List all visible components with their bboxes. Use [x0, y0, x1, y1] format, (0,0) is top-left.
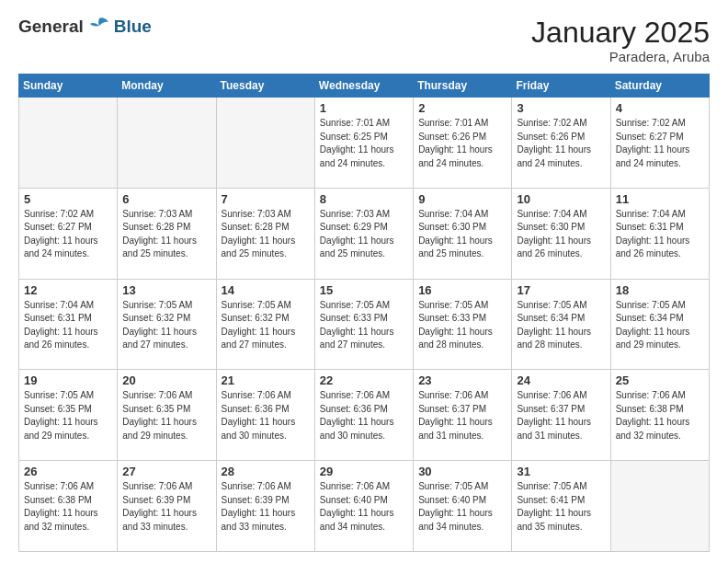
calendar-cell: 27Sunrise: 7:06 AMSunset: 6:39 PMDayligh…	[118, 461, 216, 552]
day-number: 27	[122, 465, 210, 478]
logo-bird-icon	[86, 17, 112, 37]
calendar-subtitle: Paradera, Aruba	[531, 49, 710, 64]
day-info: Sunrise: 7:03 AMSunset: 6:28 PMDaylight:…	[222, 208, 310, 261]
calendar-cell: 5Sunrise: 7:02 AMSunset: 6:27 PMDaylight…	[19, 188, 118, 279]
week-row-4: 19Sunrise: 7:05 AMSunset: 6:35 PMDayligh…	[19, 370, 710, 461]
day-info: Sunrise: 7:06 AMSunset: 6:37 PMDaylight:…	[418, 389, 506, 442]
day-number: 16	[418, 283, 506, 297]
calendar-cell: 23Sunrise: 7:06 AMSunset: 6:37 PMDayligh…	[414, 370, 512, 461]
weekday-header-thursday: Thursday	[414, 75, 512, 98]
day-info: Sunrise: 7:02 AMSunset: 6:27 PMDaylight:…	[24, 208, 112, 261]
day-number: 6	[122, 192, 210, 206]
day-number: 31	[517, 465, 605, 478]
day-info: Sunrise: 7:04 AMSunset: 6:31 PMDaylight:…	[24, 299, 112, 352]
day-number: 11	[616, 192, 704, 206]
day-info: Sunrise: 7:05 AMSunset: 6:35 PMDaylight:…	[24, 389, 112, 442]
day-number: 10	[517, 192, 605, 206]
day-info: Sunrise: 7:06 AMSunset: 6:38 PMDaylight:…	[616, 389, 704, 442]
calendar-cell: 26Sunrise: 7:06 AMSunset: 6:38 PMDayligh…	[19, 461, 118, 552]
calendar-cell: 28Sunrise: 7:06 AMSunset: 6:39 PMDayligh…	[216, 461, 314, 552]
day-info: Sunrise: 7:06 AMSunset: 6:39 PMDaylight:…	[222, 480, 310, 534]
day-info: Sunrise: 7:04 AMSunset: 6:30 PMDaylight:…	[418, 208, 506, 261]
logo-blue-text: Blue	[114, 17, 152, 37]
calendar-title: January 2025	[531, 17, 710, 49]
calendar-cell: 21Sunrise: 7:06 AMSunset: 6:36 PMDayligh…	[216, 370, 314, 461]
day-number: 9	[418, 192, 506, 206]
calendar-cell: 16Sunrise: 7:05 AMSunset: 6:33 PMDayligh…	[414, 279, 512, 370]
calendar-cell: 1Sunrise: 7:01 AMSunset: 6:25 PMDaylight…	[314, 98, 413, 189]
day-info: Sunrise: 7:06 AMSunset: 6:36 PMDaylight:…	[320, 389, 408, 442]
day-info: Sunrise: 7:05 AMSunset: 6:41 PMDaylight:…	[517, 480, 605, 534]
day-info: Sunrise: 7:05 AMSunset: 6:33 PMDaylight:…	[418, 299, 506, 352]
calendar-cell: 17Sunrise: 7:05 AMSunset: 6:34 PMDayligh…	[512, 279, 610, 370]
calendar-cell: 15Sunrise: 7:05 AMSunset: 6:33 PMDayligh…	[314, 279, 413, 370]
calendar-cell: 10Sunrise: 7:04 AMSunset: 6:30 PMDayligh…	[512, 188, 610, 279]
calendar-cell: 29Sunrise: 7:06 AMSunset: 6:40 PMDayligh…	[314, 461, 413, 552]
title-block: January 2025 Paradera, Aruba	[531, 17, 710, 64]
calendar-cell: 14Sunrise: 7:05 AMSunset: 6:32 PMDayligh…	[216, 279, 314, 370]
day-number: 19	[24, 373, 112, 387]
page: General Blue January 2025 Paradera, Arub…	[0, 0, 728, 563]
day-number: 13	[122, 283, 210, 297]
day-number: 30	[418, 465, 506, 478]
calendar-cell: 12Sunrise: 7:04 AMSunset: 6:31 PMDayligh…	[19, 279, 118, 370]
calendar-cell	[610, 461, 709, 552]
day-info: Sunrise: 7:01 AMSunset: 6:26 PMDaylight:…	[418, 117, 506, 170]
calendar-cell	[19, 98, 118, 189]
header: General Blue January 2025 Paradera, Arub…	[18, 17, 710, 64]
calendar-cell: 25Sunrise: 7:06 AMSunset: 6:38 PMDayligh…	[610, 370, 709, 461]
day-info: Sunrise: 7:06 AMSunset: 6:36 PMDaylight:…	[222, 389, 310, 442]
weekday-header-saturday: Saturday	[610, 75, 709, 98]
calendar-table: SundayMondayTuesdayWednesdayThursdayFrid…	[18, 74, 710, 552]
day-info: Sunrise: 7:05 AMSunset: 6:34 PMDaylight:…	[616, 299, 704, 352]
day-info: Sunrise: 7:04 AMSunset: 6:30 PMDaylight:…	[517, 208, 605, 261]
week-row-2: 5Sunrise: 7:02 AMSunset: 6:27 PMDaylight…	[19, 188, 710, 279]
day-number: 15	[320, 283, 408, 297]
day-number: 5	[24, 192, 112, 206]
logo-general-text: General	[18, 17, 84, 37]
day-number: 1	[320, 101, 408, 115]
logo: General Blue	[18, 17, 152, 37]
calendar-cell: 3Sunrise: 7:02 AMSunset: 6:26 PMDaylight…	[512, 98, 610, 189]
day-info: Sunrise: 7:03 AMSunset: 6:29 PMDaylight:…	[320, 208, 408, 261]
week-row-5: 26Sunrise: 7:06 AMSunset: 6:38 PMDayligh…	[19, 461, 710, 552]
week-row-1: 1Sunrise: 7:01 AMSunset: 6:25 PMDaylight…	[19, 98, 710, 189]
day-number: 2	[418, 101, 506, 115]
day-number: 3	[517, 101, 605, 115]
weekday-header-friday: Friday	[512, 75, 610, 98]
calendar-cell: 11Sunrise: 7:04 AMSunset: 6:31 PMDayligh…	[610, 188, 709, 279]
day-info: Sunrise: 7:01 AMSunset: 6:25 PMDaylight:…	[320, 117, 408, 170]
calendar-cell: 24Sunrise: 7:06 AMSunset: 6:37 PMDayligh…	[512, 370, 610, 461]
weekday-header-row: SundayMondayTuesdayWednesdayThursdayFrid…	[19, 75, 710, 98]
weekday-header-wednesday: Wednesday	[314, 75, 413, 98]
day-info: Sunrise: 7:02 AMSunset: 6:27 PMDaylight:…	[616, 117, 704, 170]
weekday-header-tuesday: Tuesday	[216, 75, 314, 98]
day-number: 7	[222, 192, 310, 206]
day-info: Sunrise: 7:06 AMSunset: 6:37 PMDaylight:…	[517, 389, 605, 442]
week-row-3: 12Sunrise: 7:04 AMSunset: 6:31 PMDayligh…	[19, 279, 710, 370]
day-info: Sunrise: 7:05 AMSunset: 6:32 PMDaylight:…	[222, 299, 310, 352]
day-info: Sunrise: 7:05 AMSunset: 6:40 PMDaylight:…	[418, 480, 506, 534]
calendar-cell: 22Sunrise: 7:06 AMSunset: 6:36 PMDayligh…	[314, 370, 413, 461]
day-info: Sunrise: 7:05 AMSunset: 6:32 PMDaylight:…	[122, 299, 210, 352]
calendar-cell: 13Sunrise: 7:05 AMSunset: 6:32 PMDayligh…	[118, 279, 216, 370]
day-info: Sunrise: 7:06 AMSunset: 6:39 PMDaylight:…	[122, 480, 210, 534]
day-number: 4	[616, 101, 704, 115]
day-info: Sunrise: 7:05 AMSunset: 6:33 PMDaylight:…	[320, 299, 408, 352]
day-number: 8	[320, 192, 408, 206]
day-number: 18	[616, 283, 704, 297]
calendar-cell: 18Sunrise: 7:05 AMSunset: 6:34 PMDayligh…	[610, 279, 709, 370]
day-info: Sunrise: 7:06 AMSunset: 6:38 PMDaylight:…	[24, 480, 112, 534]
calendar-cell: 6Sunrise: 7:03 AMSunset: 6:28 PMDaylight…	[118, 188, 216, 279]
calendar-cell: 19Sunrise: 7:05 AMSunset: 6:35 PMDayligh…	[19, 370, 118, 461]
day-number: 28	[222, 465, 310, 478]
day-info: Sunrise: 7:05 AMSunset: 6:34 PMDaylight:…	[517, 299, 605, 352]
day-number: 12	[24, 283, 112, 297]
calendar-cell	[216, 98, 314, 189]
day-info: Sunrise: 7:03 AMSunset: 6:28 PMDaylight:…	[122, 208, 210, 261]
day-number: 21	[222, 373, 310, 387]
calendar-cell: 8Sunrise: 7:03 AMSunset: 6:29 PMDaylight…	[314, 188, 413, 279]
weekday-header-sunday: Sunday	[19, 75, 118, 98]
calendar-cell: 31Sunrise: 7:05 AMSunset: 6:41 PMDayligh…	[512, 461, 610, 552]
day-number: 23	[418, 373, 506, 387]
